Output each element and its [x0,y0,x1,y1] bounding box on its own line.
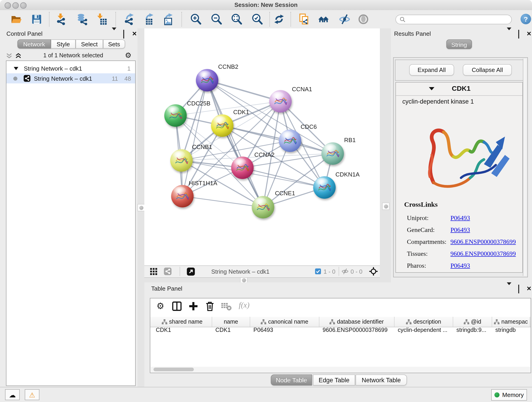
expand-all-chevrons-icon[interactable] [6,52,12,58]
tab-network-table[interactable]: Network Table [355,375,407,385]
node-CCNA1[interactable] [269,90,292,113]
right-splitter-handle[interactable] [382,203,389,210]
zoom-fit-icon[interactable] [230,13,242,25]
edge[interactable] [182,80,207,196]
column-header-canonical-name[interactable]: canonical name [250,317,319,327]
duplicate-network-icon[interactable] [298,13,310,25]
warnings-button[interactable]: ⚠ [25,389,39,400]
table-settings-gear-icon[interactable]: ⚙ [155,301,166,312]
column-header-name[interactable]: name [212,317,250,327]
protein-card-expander-icon[interactable] [429,87,434,90]
crosslink-link[interactable]: P06493 [450,262,470,269]
selected-checkbox-icon[interactable] [315,268,321,274]
control-panel-collapse-icon[interactable] [112,30,116,38]
node-CDC6[interactable] [279,129,301,152]
zoom-selected-icon[interactable] [251,13,263,25]
column-header-namespac[interactable]: namespac [492,317,530,327]
protein-card-header[interactable]: CDK1 [396,83,522,96]
column-header-database-identifier[interactable]: database identifier [319,317,394,327]
table-horizontal-scrollbar[interactable] [151,367,530,372]
save-session-icon[interactable] [31,13,43,25]
column-header--id[interactable]: @id [453,317,492,327]
grid-view-icon[interactable] [150,268,158,275]
crosslink-link[interactable]: 9606.ENSP00000378699 [450,238,516,246]
edge[interactable] [207,80,280,101]
export-network-icon[interactable] [124,13,136,25]
open-in-new-window-icon[interactable] [186,267,195,276]
tab-node-table[interactable]: Node Table [271,375,312,385]
zoom-in-icon[interactable] [190,13,202,25]
network-share-gray-icon[interactable] [164,267,172,275]
left-splitter-handle[interactable] [138,204,145,211]
tab-network[interactable]: Network [17,39,51,49]
expand-all-button[interactable]: Expand All [409,64,454,76]
fit-selected-crosshair-icon[interactable] [369,267,378,276]
table-panel-float-icon[interactable] [518,285,519,293]
node-CCNB2[interactable] [196,69,218,91]
search-input[interactable] [405,16,511,23]
tab-select[interactable]: Select [76,39,103,49]
tab-style[interactable]: Style [51,39,76,49]
column-header-shared-name[interactable]: shared name [152,317,212,327]
network-row-selected[interactable]: String Network – cdk1 11 48 [6,73,135,83]
crosslink-link[interactable]: 9606.ENSP00000378699 [450,250,516,258]
delete-column-trash-icon[interactable] [204,301,215,312]
home-icon[interactable] [317,13,329,25]
memory-button[interactable]: Memory [491,389,527,401]
results-panel-collapse-icon[interactable] [507,30,511,38]
network-options-gear-icon[interactable]: ⚙ [125,52,132,59]
cell-database-identifier[interactable]: 9606.ENSP00000378699 [319,327,394,336]
results-panel-float-icon[interactable] [518,30,519,38]
control-panel-float-icon[interactable] [123,30,124,38]
node-CCNA2[interactable] [231,157,254,179]
network-collection-row[interactable]: String Network – cdk1 1 [6,63,135,73]
crosslink-link[interactable]: P06493 [450,215,470,222]
column-header-description[interactable]: description [394,317,453,327]
cell-canonical-name[interactable]: P06493 [250,327,319,336]
edge[interactable] [182,196,263,207]
tab-sets[interactable]: Sets [103,39,125,49]
collapse-all-chevrons-icon[interactable] [15,52,22,58]
network-canvas[interactable]: CCNB2 CCNA1 CDC25B CDK1 CDC6 RB1 CCNB1 [144,28,380,265]
table-panel-close-icon[interactable]: ✕ [526,286,532,292]
scrollbar-thumb[interactable] [153,368,194,371]
hide-graphics-details-icon[interactable] [339,13,351,25]
cell--id[interactable]: stringdb:9... [453,327,492,336]
cell-namespac[interactable]: stringdb [492,327,530,336]
import-network-icon[interactable] [56,13,68,25]
cell-description[interactable]: cyclin-dependent ... [394,327,453,336]
zoom-out-icon[interactable] [210,13,222,25]
right-splitter[interactable] [380,28,391,282]
import-database-icon[interactable] [76,13,89,25]
show-columns-icon[interactable] [171,301,182,312]
cloud-status-button[interactable]: ☁ [5,389,20,400]
collapse-all-button[interactable]: Collapse All [463,64,512,76]
export-image-icon[interactable] [163,13,175,25]
search-box[interactable] [395,15,512,24]
node-CDC25B[interactable] [164,104,187,127]
help-button[interactable]: ? [520,14,531,24]
node-CCNB1[interactable] [170,149,193,172]
export-table-icon[interactable] [143,13,155,25]
node-CDKN1A[interactable] [313,176,336,199]
open-session-icon[interactable] [11,13,22,25]
tab-string[interactable]: String [446,39,472,49]
import-table-icon[interactable] [96,13,108,25]
results-scrollbar[interactable] [523,59,526,276]
refresh-layout-icon[interactable] [273,13,285,25]
node-CDK1[interactable] [211,114,234,137]
node-RB1[interactable] [322,142,344,165]
tab-edge-table[interactable]: Edge Table [313,375,355,385]
edge[interactable] [207,80,263,207]
control-panel-close-icon[interactable]: ✕ [132,31,137,37]
add-column-plus-icon[interactable] [188,301,199,312]
node-CCNE1[interactable] [252,196,274,218]
cell-shared-name[interactable]: CDK1 [152,327,212,336]
results-panel-close-icon[interactable]: ✕ [526,31,532,37]
cell-name[interactable]: CDK1 [212,327,250,336]
table-panel-collapse-icon[interactable] [507,285,511,293]
collection-expander-icon[interactable] [14,67,18,70]
show-graphics-details-icon[interactable] [357,13,369,25]
crosslink-link[interactable]: P06493 [450,226,470,234]
node-HIST1H1A[interactable] [171,185,194,207]
